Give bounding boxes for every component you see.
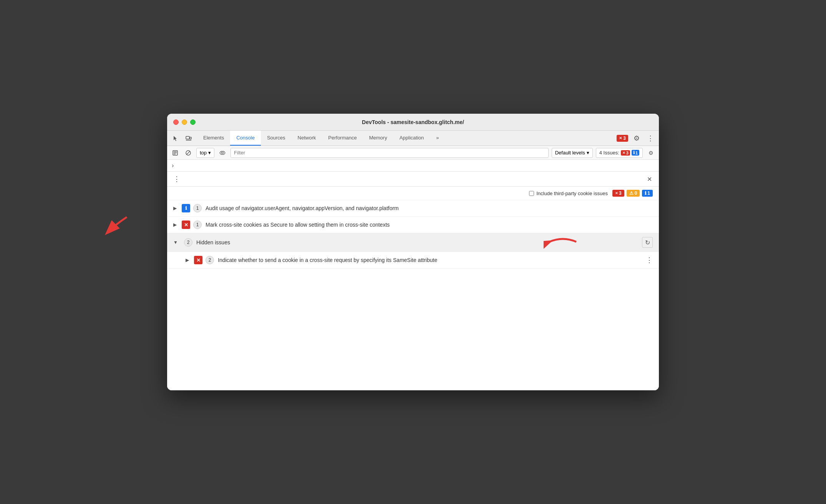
window-title: DevTools - samesite-sandbox.glitch.me/ — [362, 119, 464, 125]
tab-application[interactable]: Application — [393, 131, 430, 146]
hidden-issues-label: Hidden issues — [196, 239, 642, 245]
refresh-button[interactable]: ↻ — [642, 237, 653, 248]
issues-warning-badge: ⚠ 0 — [627, 190, 640, 197]
issues-count-badges: ✕ 3 ⚠ 0 ℹ 1 — [612, 190, 653, 197]
issue-more-options-icon[interactable]: ⋮ — [646, 256, 653, 264]
x-icon: ✕ — [615, 191, 618, 195]
third-party-checkbox[interactable] — [529, 191, 534, 196]
tab-network[interactable]: Network — [292, 131, 322, 146]
close-panel-icon[interactable]: ✕ — [644, 174, 654, 184]
tab-performance[interactable]: Performance — [322, 131, 363, 146]
issue-text-samesite: Indicate whether to send a cookie in a c… — [218, 257, 646, 263]
eye-icon[interactable] — [217, 148, 227, 158]
svg-line-8 — [187, 151, 190, 154]
issues-error-badge: ✕ 3 — [612, 190, 624, 197]
x-small-icon: ✕ — [622, 151, 625, 155]
info-type-icon-1: ℹ — [182, 204, 190, 212]
issue-row-1[interactable]: ▶ ℹ 1 Audit usage of navigator.userAgent… — [167, 200, 659, 217]
svg-rect-0 — [186, 136, 189, 139]
more-menu-icon[interactable]: ⋮ — [172, 174, 182, 184]
issues-subheader: ⋮ ✕ — [167, 172, 659, 187]
tab-memory[interactable]: Memory — [363, 131, 393, 146]
info-badge: ℹ 1 — [632, 150, 639, 156]
hidden-issues-header[interactable]: ▼ 2 Hidden issues ↻ — [167, 233, 659, 252]
clear-console-icon[interactable] — [170, 148, 180, 158]
issue-text-1: Audit usage of navigator.userAgent, navi… — [206, 205, 653, 211]
block-icon[interactable] — [183, 148, 193, 158]
console-prompt-row: › — [167, 160, 659, 172]
settings-icon[interactable]: ⚙ — [631, 133, 642, 144]
error-badge: ✕ 3 — [621, 150, 630, 156]
tabs-list: Elements Console Sources Network Perform… — [197, 131, 617, 146]
samesite-count: 2 — [206, 256, 214, 264]
traffic-lights — [173, 119, 196, 125]
issue-row-samesite[interactable]: ▶ ✕ 2 Indicate whether to send a cookie … — [167, 252, 659, 269]
console-settings-icon[interactable]: ⚙ — [646, 148, 656, 158]
expand-arrow-icon[interactable]: › — [172, 162, 174, 169]
devtools-tabs-bar: Elements Console Sources Network Perform… — [167, 131, 659, 146]
device-icon[interactable] — [183, 133, 194, 144]
maximize-button[interactable] — [190, 119, 196, 125]
devtools-left-icons — [170, 133, 194, 144]
tab-elements[interactable]: Elements — [197, 131, 230, 146]
expand-icon-2: ▶ — [173, 222, 179, 227]
devtools-window: DevTools - samesite-sandbox.glitch.me/ E… — [167, 114, 659, 390]
error-type-icon-2: ✕ — [182, 220, 190, 229]
warning-icon: ⚠ — [629, 191, 634, 196]
more-options-icon[interactable]: ⋮ — [645, 133, 656, 144]
console-toolbar: top ▾ Default levels ▾ 4 Issues: ✕ 3 ℹ 1 — [167, 146, 659, 160]
issue-count-1: 1 — [193, 204, 202, 212]
dropdown-arrow-icon: ▾ — [208, 150, 211, 156]
cursor-icon[interactable] — [170, 133, 181, 144]
issues-header: Include third-party cookie issues ✕ 3 ⚠ … — [167, 187, 659, 200]
minimize-button[interactable] — [182, 119, 187, 125]
content-area: › ⋮ ✕ Include third-party cookie issues … — [167, 160, 659, 390]
default-levels-dropdown[interactable]: Default levels ▾ — [552, 148, 593, 158]
top-context-selector[interactable]: top ▾ — [196, 148, 214, 158]
x-icon: ✕ — [619, 136, 622, 140]
issue-text-2: Mark cross-site cookies as Secure to all… — [206, 222, 653, 228]
issue-count-2: 1 — [193, 220, 202, 229]
expand-icon-1: ▶ — [173, 206, 179, 211]
expand-icon-samesite: ▶ — [186, 257, 192, 263]
issues-info-badge: ℹ 1 — [642, 190, 653, 197]
error-count-badge[interactable]: ✕ 3 — [617, 135, 628, 142]
tabs-right-controls: ✕ 3 ⚙ ⋮ — [617, 133, 656, 144]
info-icon: ℹ — [633, 150, 635, 155]
expand-icon-hidden: ▼ — [173, 240, 179, 245]
svg-rect-1 — [190, 137, 191, 139]
filter-input[interactable] — [231, 148, 549, 158]
tab-sources[interactable]: Sources — [261, 131, 292, 146]
hidden-count: 2 — [184, 238, 192, 247]
dropdown-arrow-icon: ▾ — [587, 150, 589, 156]
svg-point-9 — [222, 152, 224, 154]
info-icon: ℹ — [645, 191, 647, 196]
third-party-checkbox-label[interactable]: Include third-party cookie issues — [529, 191, 608, 196]
close-button[interactable] — [173, 119, 179, 125]
issue-row-2[interactable]: ▶ ✕ 1 Mark cross-site cookies as Secure … — [167, 217, 659, 233]
titlebar: DevTools - samesite-sandbox.glitch.me/ — [167, 114, 659, 131]
issues-badge[interactable]: 4 Issues: ✕ 3 ℹ 1 — [596, 148, 643, 158]
tab-console[interactable]: Console — [230, 131, 261, 146]
tab-more[interactable]: » — [430, 131, 445, 146]
error-type-icon-samesite: ✕ — [194, 256, 202, 264]
